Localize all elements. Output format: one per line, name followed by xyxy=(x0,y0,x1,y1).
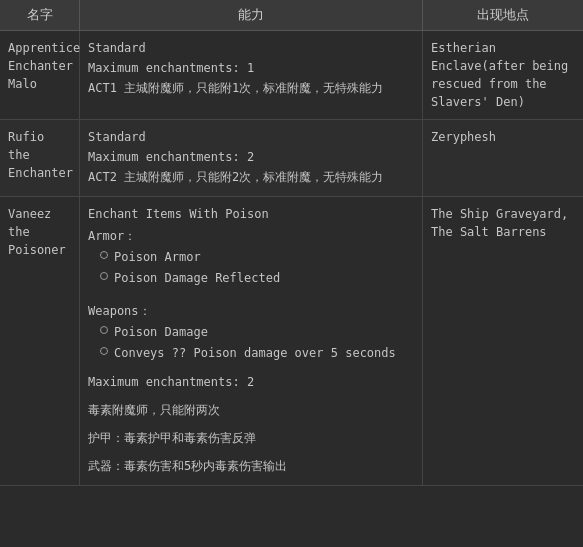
ability-label: 护甲：毒素护甲和毒素伤害反弹 xyxy=(88,429,414,447)
bullet-text: Conveys ?? Poison damage over 5 seconds xyxy=(114,344,396,362)
header-name: 名字 xyxy=(0,0,80,30)
ability-label: Standard xyxy=(88,39,414,57)
bullet-text: Poison Armor xyxy=(114,248,201,266)
spacer xyxy=(88,290,414,298)
bullet-item: Poison Damage xyxy=(100,323,414,341)
ability-cell: StandardMaximum enchantments: 1ACT1 主城附魔… xyxy=(80,31,423,119)
spacer xyxy=(88,421,414,429)
ability-sublabel: Weapons： xyxy=(88,302,414,320)
ability-label: ACT2 主城附魔师，只能附2次，标准附魔，无特殊能力 xyxy=(88,168,414,186)
main-table: 名字 能力 出现地点 Apprentice Enchanter MaloStan… xyxy=(0,0,583,486)
ability-label: Maximum enchantments: 2 xyxy=(88,148,414,166)
ability-label: Enchant Items With Poison xyxy=(88,205,414,223)
bullet-icon xyxy=(100,272,108,280)
name-cell: Rufio the Enchanter xyxy=(0,120,80,196)
ability-label: ACT1 主城附魔师，只能附1次，标准附魔，无特殊能力 xyxy=(88,79,414,97)
header-location: 出现地点 xyxy=(423,0,583,30)
ability-label: 毒素附魔师，只能附两次 xyxy=(88,401,414,419)
bullet-item: Poison Armor xyxy=(100,248,414,266)
ability-label: Maximum enchantments: 2 xyxy=(88,373,414,391)
spacer xyxy=(88,393,414,401)
table-row: Rufio the EnchanterStandardMaximum encha… xyxy=(0,120,583,197)
bullet-icon xyxy=(100,347,108,355)
ability-label: Standard xyxy=(88,128,414,146)
bullet-text: Poison Damage xyxy=(114,323,208,341)
bullet-icon xyxy=(100,326,108,334)
header-ability: 能力 xyxy=(80,0,423,30)
bullet-text: Poison Damage Reflected xyxy=(114,269,280,287)
bullet-icon xyxy=(100,251,108,259)
name-cell: Apprentice Enchanter Malo xyxy=(0,31,80,119)
table-body: Apprentice Enchanter MaloStandardMaximum… xyxy=(0,31,583,486)
location-cell: Zeryphesh xyxy=(423,120,583,196)
ability-label: Maximum enchantments: 1 xyxy=(88,59,414,77)
location-cell: Estherian Enclave(after being rescued fr… xyxy=(423,31,583,119)
table-header: 名字 能力 出现地点 xyxy=(0,0,583,31)
location-cell: The Ship Graveyard, The Salt Barrens xyxy=(423,197,583,485)
bullet-item: Conveys ?? Poison damage over 5 seconds xyxy=(100,344,414,362)
bullet-item: Poison Damage Reflected xyxy=(100,269,414,287)
ability-cell: Enchant Items With PoisonArmor：Poison Ar… xyxy=(80,197,423,485)
table-row: Apprentice Enchanter MaloStandardMaximum… xyxy=(0,31,583,120)
spacer xyxy=(88,449,414,457)
ability-sublabel: Armor： xyxy=(88,227,414,245)
ability-cell: StandardMaximum enchantments: 2ACT2 主城附魔… xyxy=(80,120,423,196)
table-row: Vaneez the PoisonerEnchant Items With Po… xyxy=(0,197,583,486)
name-cell: Vaneez the Poisoner xyxy=(0,197,80,485)
spacer xyxy=(88,365,414,373)
ability-label: 武器：毒素伤害和5秒内毒素伤害输出 xyxy=(88,457,414,475)
